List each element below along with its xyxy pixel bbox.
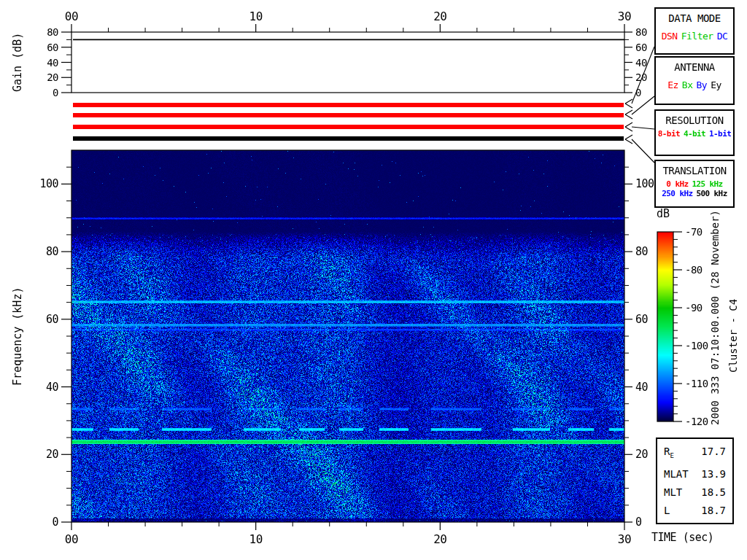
svg-text:-120: -120 (685, 416, 708, 427)
legend-option-dc: DC (717, 31, 728, 42)
legend-option-1-bit: 1-bit (709, 129, 731, 139)
gain-axis-label: Gain (dB) (10, 32, 25, 93)
ephemeris-row-r: RE17.7 (657, 444, 732, 463)
svg-text:0: 0 (52, 516, 58, 529)
legend-box-antenna: ANTENNAEzBxByEy (654, 56, 735, 105)
svg-text:0: 0 (635, 516, 642, 529)
legend-option-125-khz: 125 kHz (692, 179, 722, 189)
resolution-bar (73, 125, 624, 129)
svg-text:30: 30 (618, 532, 631, 546)
svg-text:40: 40 (635, 57, 647, 69)
svg-text:60: 60 (635, 42, 647, 53)
svg-text:20: 20 (635, 71, 647, 83)
svg-text:100: 100 (635, 177, 654, 190)
spacecraft-annotation: Cluster - C4 (727, 284, 739, 386)
legend-option-500-khz: 500 kHz (697, 189, 727, 198)
legend-option-by: By (697, 79, 708, 90)
svg-text:80: 80 (635, 26, 647, 38)
legend-option-0-khz: 0 kHz (666, 179, 688, 189)
svg-text:30: 30 (618, 9, 631, 23)
svg-text:20: 20 (635, 448, 649, 461)
frequency-axis-label: Frequency (kHz) (10, 150, 25, 522)
legend-box-resolution: RESOLUTION8-bit4-bit1-bit (654, 109, 735, 156)
svg-text:00: 00 (65, 9, 78, 23)
colorbar-label: dB (657, 207, 670, 220)
legend-option-bx: Bx (682, 79, 693, 90)
legend-option-ey: Ey (711, 79, 721, 90)
legend-title-translation: TRANSLATION (656, 165, 733, 176)
spectrogram-heatmap (71, 150, 624, 522)
ephemeris-row-l: L18.7 (657, 503, 732, 518)
legend-option-4-bit: 4-bit (684, 129, 705, 139)
legend-option-dsn: DSN (662, 31, 678, 42)
ephemeris-row-mlt: MLT18.5 (657, 485, 732, 499)
svg-text:-80: -80 (685, 264, 703, 276)
svg-text:60: 60 (635, 313, 649, 326)
svg-text:60: 60 (46, 313, 59, 326)
translation-bar (73, 136, 624, 141)
svg-text:-90: -90 (685, 302, 703, 314)
time-axis-label: TIME (sec) (651, 531, 713, 544)
svg-text:-70: -70 (685, 226, 703, 238)
wbd-spectrogram-page: 0010203000202040406060808000202040406060… (0, 0, 747, 560)
antenna-bar (73, 113, 624, 117)
svg-text:0: 0 (53, 87, 58, 98)
svg-text:80: 80 (46, 245, 59, 258)
svg-text:40: 40 (635, 381, 649, 394)
svg-text:80: 80 (635, 245, 649, 258)
svg-text:10: 10 (249, 9, 263, 23)
svg-text:80: 80 (47, 26, 58, 38)
svg-text:60: 60 (47, 42, 58, 53)
svg-text:0: 0 (635, 87, 641, 98)
svg-text:100: 100 (39, 177, 58, 190)
svg-text:40: 40 (47, 57, 58, 69)
legend-option-250-khz: 250 kHz (662, 189, 692, 198)
svg-text:10: 10 (249, 532, 263, 546)
svg-text:20: 20 (47, 71, 58, 83)
legend-option-filter: Filter (681, 31, 713, 42)
ephemeris-box: RE17.7MLAT13.9MLT18.5L18.7 (656, 438, 734, 524)
legend-title-antenna: ANTENNA (656, 61, 733, 73)
svg-text:20: 20 (433, 9, 446, 23)
legend-title-resolution: RESOLUTION (656, 114, 733, 126)
svg-text:-100: -100 (685, 340, 708, 351)
svg-text:-110: -110 (685, 378, 708, 389)
legend-box-translation: TRANSLATION0 kHz125 kHz250 kHz500 kHz (654, 160, 735, 208)
svg-text:20: 20 (433, 532, 446, 546)
timestamp-annotation: 2000 333 07:10:00.000 (28 November) (708, 208, 721, 427)
svg-text:00: 00 (65, 532, 78, 546)
legend-title-data-mode: DATA MODE (656, 12, 733, 24)
legend-option-ez: Ez (667, 79, 678, 90)
legend-box-data-mode: DATA MODEDSNFilterDC (654, 7, 735, 55)
svg-text:40: 40 (46, 381, 59, 394)
data-mode-bar (73, 103, 624, 107)
colorbar-gradient (657, 232, 673, 421)
ephemeris-row-mlat: MLAT13.9 (657, 467, 732, 481)
legend-option-8-bit: 8-bit (658, 129, 680, 139)
svg-text:20: 20 (46, 448, 59, 461)
